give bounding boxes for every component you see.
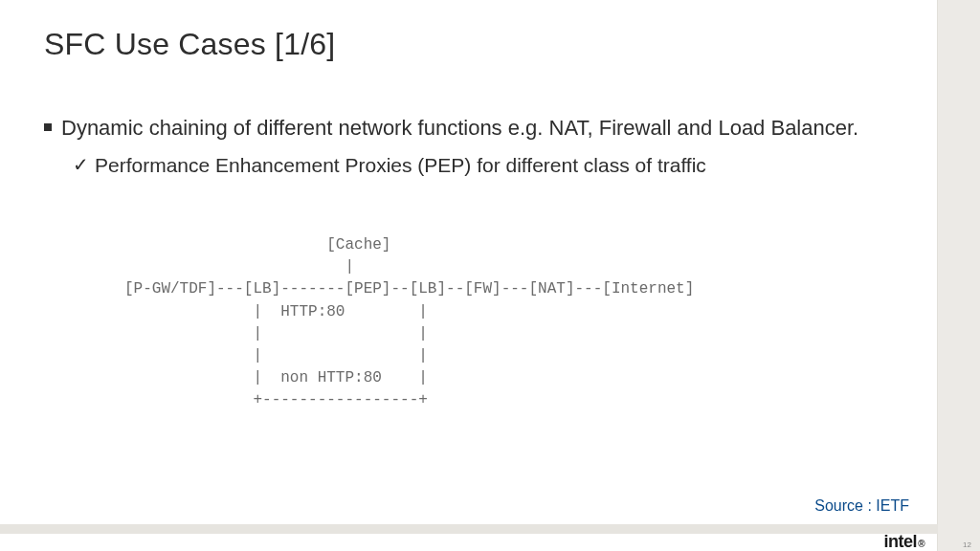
- page-number: 12: [963, 540, 971, 549]
- logo-text: intel: [884, 532, 918, 551]
- source-attribution: Source : IETF: [814, 497, 909, 515]
- bullet-item-1: Dynamic chaining of different network fu…: [44, 113, 900, 143]
- footer-divider: [0, 524, 938, 534]
- sub-bullet-item-1: ✓ Performance Enhancement Proxies (PEP) …: [73, 151, 900, 180]
- ascii-diagram: [Cache] | [P-GW/TDF]---[LB]-------[PEP]-…: [124, 234, 694, 412]
- check-icon: ✓: [73, 151, 89, 179]
- bullet-text-1: Dynamic chaining of different network fu…: [61, 113, 858, 143]
- square-bullet-icon: [44, 123, 52, 131]
- logo-dot-icon: ®: [918, 539, 924, 549]
- slide-title: SFC Use Cases [1/6]: [44, 27, 335, 62]
- intel-logo: intel®: [884, 532, 924, 551]
- slide: SFC Use Cases [1/6] Dynamic chaining of …: [0, 0, 938, 551]
- sub-bullet-text-1: Performance Enhancement Proxies (PEP) fo…: [95, 151, 706, 180]
- slide-body: Dynamic chaining of different network fu…: [44, 113, 900, 180]
